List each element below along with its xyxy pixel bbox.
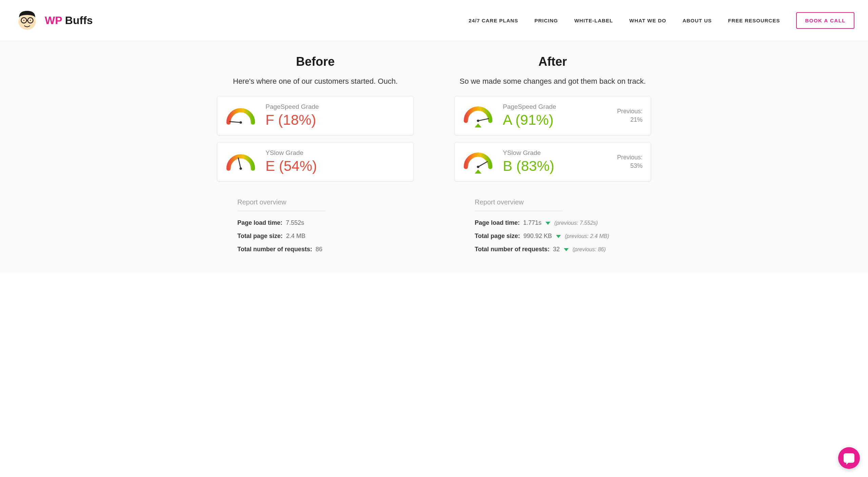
stat-value: 2.4 MB [286,233,305,240]
stat-label: Total page size: [237,233,283,240]
after-column: After So we made some changes and got th… [454,55,651,259]
stat-prev: (previous: 2.4 MB) [565,233,609,239]
after-subtitle: So we made some changes and got them bac… [454,77,651,86]
gauge-low-icon [225,105,256,126]
after-overview: Report overview Page load time: 1.771s (… [454,188,651,253]
before-yslow-card: YSlow Grade E (54%) [217,142,414,181]
down-arrow-icon [546,222,550,225]
stat-value: 86 [316,246,322,253]
stat-load-time: Page load time: 1.771s (previous: 7.552s… [475,219,637,226]
yslow-grade: E (54%) [265,158,405,174]
stat-label: Total number of requests: [475,246,550,253]
down-arrow-icon [564,248,569,251]
stat-label: Page load time: [237,219,282,226]
book-call-button[interactable]: BOOK A CALL [796,12,854,29]
pagespeed-grade: F (18%) [265,112,405,128]
svg-point-7 [239,121,242,124]
gauge-high-icon [463,104,493,127]
before-column: Before Here's where one of our customers… [217,55,414,259]
stat-value: 32 [553,246,560,253]
nav-pricing[interactable]: PRICING [534,18,558,23]
svg-line-10 [478,119,489,121]
stat-prev: (previous: 7.552s) [554,220,598,226]
pagespeed-previous: Previous: 21% [617,107,643,124]
logo[interactable]: WP Buffs [14,7,93,34]
svg-point-5 [30,20,31,21]
divider [475,211,563,211]
up-arrow-icon [475,170,481,174]
svg-point-9 [239,167,242,170]
nav-about-us[interactable]: ABOUT US [683,18,712,23]
up-arrow-icon [475,123,481,127]
nav-what-we-do[interactable]: WHAT WE DO [629,18,666,23]
stat-label: Page load time: [475,219,520,226]
stat-requests: Total number of requests: 86 [237,246,400,253]
stat-value: 7.552s [286,219,304,226]
before-pagespeed-card: PageSpeed Grade F (18%) [217,96,414,135]
svg-point-0 [18,14,36,30]
stat-label: Total page size: [475,233,520,240]
pagespeed-label: PageSpeed Grade [503,103,608,111]
svg-point-4 [23,20,24,21]
site-header: WP Buffs 24/7 CARE PLANS PRICING WHITE-L… [0,0,868,41]
before-subtitle: Here's where one of our customers starte… [217,77,414,86]
overview-title: Report overview [237,198,400,206]
logo-wp: WP [45,14,62,26]
prev-label: Previous: [617,107,643,116]
main-nav: 24/7 CARE PLANS PRICING WHITE-LABEL WHAT… [469,12,854,29]
nav-free-resources[interactable]: FREE RESOURCES [728,18,780,23]
yslow-label: YSlow Grade [265,149,405,157]
svg-line-6 [230,122,241,123]
svg-point-11 [477,120,479,122]
pagespeed-grade: A (91%) [503,112,608,128]
svg-line-12 [478,162,487,167]
before-title: Before [217,55,414,69]
after-yslow-card: YSlow Grade B (83%) Previous: 53% [454,142,651,181]
after-pagespeed-card: PageSpeed Grade A (91%) Previous: 21% [454,96,651,135]
stat-value: 990.92 KB [524,233,552,240]
logo-buffs: Buffs [62,14,93,26]
gauge-high-icon [463,150,493,174]
overview-title: Report overview [475,198,637,206]
svg-point-13 [477,166,479,168]
logo-text: WP Buffs [45,14,93,27]
comparison-section: Before Here's where one of our customers… [0,41,868,273]
divider [237,211,326,211]
stat-requests: Total number of requests: 32 (previous: … [475,246,637,253]
yslow-label: YSlow Grade [503,149,608,157]
stat-prev: (previous: 86) [573,246,606,253]
yslow-grade: B (83%) [503,158,608,174]
prev-label: Previous: [617,153,643,162]
prev-value: 21% [617,116,643,124]
stat-value: 1.771s [523,219,541,226]
pagespeed-label: PageSpeed Grade [265,103,405,111]
before-overview: Report overview Page load time: 7.552s T… [217,188,414,253]
after-title: After [454,55,651,69]
gauge-mid-icon [225,152,256,172]
nav-white-label[interactable]: WHITE-LABEL [574,18,613,23]
prev-value: 53% [617,162,643,170]
yslow-previous: Previous: 53% [617,153,643,170]
nav-care-plans[interactable]: 24/7 CARE PLANS [469,18,518,23]
stat-load-time: Page load time: 7.552s [237,219,400,226]
mascot-icon [14,7,41,34]
stat-page-size: Total page size: 2.4 MB [237,233,400,240]
svg-line-8 [238,158,241,169]
stat-label: Total number of requests: [237,246,312,253]
down-arrow-icon [556,235,561,238]
stat-page-size: Total page size: 990.92 KB (previous: 2.… [475,233,637,240]
